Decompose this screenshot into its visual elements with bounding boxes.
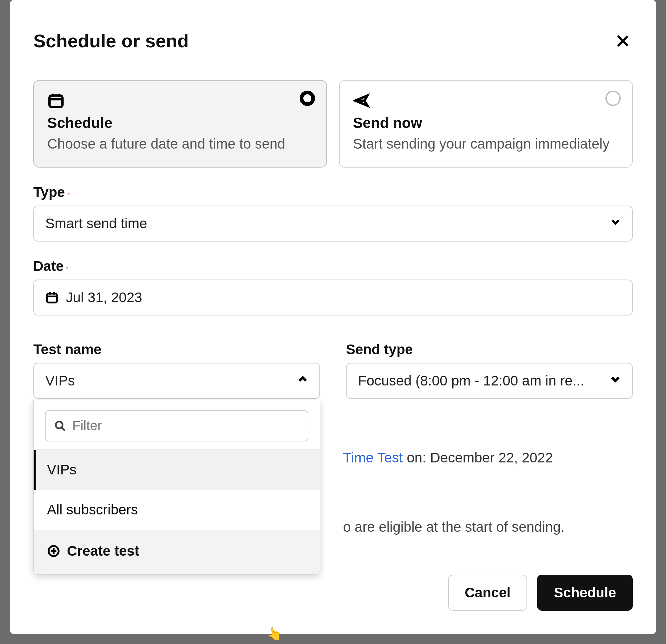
calendar-icon <box>47 92 65 109</box>
date-field: Date* Jul 31, 2023 <box>33 258 633 316</box>
required-indicator: * <box>68 192 70 198</box>
svg-rect-1 <box>47 293 57 303</box>
time-test-link[interactable]: Time Test <box>343 450 403 465</box>
test-name-label: Test name <box>33 341 102 357</box>
option-schedule[interactable]: Schedule Choose a future date and time t… <box>33 80 327 168</box>
filter-input[interactable]: Filter <box>45 410 308 441</box>
radio-selected-icon <box>300 91 315 106</box>
option-schedule-desc: Choose a future date and time to send <box>47 135 313 154</box>
calendar-icon <box>45 291 58 304</box>
option-schedule-title: Schedule <box>47 115 313 131</box>
type-field: Type* Smart send time <box>33 184 633 241</box>
send-type-select[interactable]: Focused (8:00 pm - 12:00 am in re... <box>346 363 633 399</box>
create-test-button[interactable]: Create test <box>34 530 320 574</box>
type-label: Type <box>33 184 65 200</box>
send-type-value: Focused (8:00 pm - 12:00 am in re... <box>358 373 584 389</box>
info-date: on: December 22, 2022 <box>403 450 553 465</box>
search-icon <box>54 420 66 432</box>
radio-unselected-icon <box>606 91 621 106</box>
schedule-button[interactable]: Schedule <box>537 575 633 611</box>
type-value: Smart send time <box>45 216 147 232</box>
date-value: Jul 31, 2023 <box>66 289 142 305</box>
chevron-up-icon <box>296 372 309 386</box>
option-send-now-title: Send now <box>353 115 619 131</box>
create-test-label: Create test <box>67 543 139 559</box>
chevron-down-icon <box>609 372 622 386</box>
test-name-value: VIPs <box>45 373 75 389</box>
date-label: Date <box>33 258 64 274</box>
send-icon <box>353 92 370 109</box>
send-option-cards: Schedule Choose a future date and time t… <box>33 80 633 168</box>
chevron-down-icon <box>609 215 622 228</box>
filter-placeholder: Filter <box>72 418 102 433</box>
date-input[interactable]: Jul 31, 2023 <box>33 279 633 316</box>
modal-footer: Cancel Schedule <box>448 575 633 611</box>
close-button[interactable] <box>613 31 633 51</box>
type-select[interactable]: Smart send time <box>33 206 633 241</box>
eligible-text: o are eligible at the start of sending. <box>343 519 564 535</box>
send-type-field: Send type Focused (8:00 pm - 12:00 am in… <box>346 341 633 399</box>
svg-rect-0 <box>50 96 63 107</box>
info-text: Time Test on: December 22, 2022 <box>343 450 553 466</box>
test-name-select[interactable]: VIPs <box>33 363 320 399</box>
test-name-dropdown: Filter VIPs All subscribers Create test <box>33 400 320 575</box>
dropdown-option-all-subscribers[interactable]: All subscribers <box>34 490 320 530</box>
test-name-field: Test name VIPs Filter VIPs All subscribe… <box>33 341 320 399</box>
option-send-now[interactable]: Send now Start sending your campaign imm… <box>339 80 633 168</box>
modal-header: Schedule or send <box>33 30 633 65</box>
close-icon <box>615 34 630 48</box>
svg-point-2 <box>56 421 63 428</box>
plus-circle-icon <box>47 544 60 558</box>
modal-title: Schedule or send <box>33 30 189 52</box>
dropdown-option-vips[interactable]: VIPs <box>34 450 320 490</box>
cancel-button[interactable]: Cancel <box>448 575 527 611</box>
option-send-now-desc: Start sending your campaign immediately <box>353 135 619 154</box>
schedule-send-modal: Schedule or send Schedule Choose a futur… <box>10 0 656 634</box>
required-indicator: * <box>66 266 68 272</box>
send-type-label: Send type <box>346 341 413 357</box>
